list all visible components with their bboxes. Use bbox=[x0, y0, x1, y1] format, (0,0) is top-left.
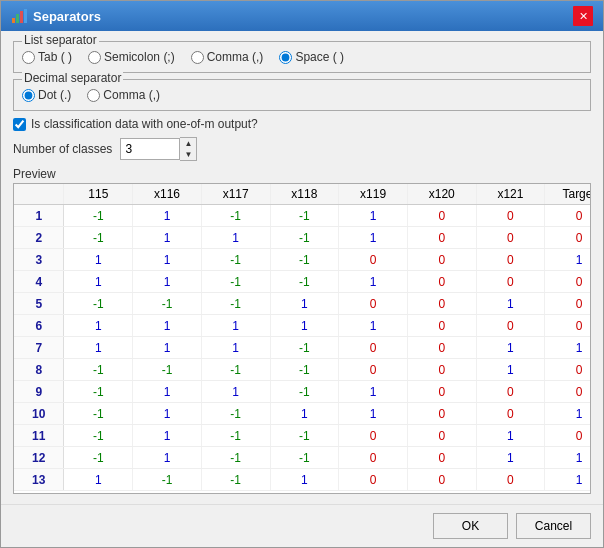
table-cell: 0 bbox=[339, 425, 408, 447]
preview-label: Preview bbox=[13, 167, 591, 181]
table-cell: 0 bbox=[476, 315, 545, 337]
table-cell: -1 bbox=[64, 359, 133, 381]
col-header-115: 115 bbox=[64, 184, 133, 205]
table-cell: 1 bbox=[476, 359, 545, 381]
table-cell: -1 bbox=[201, 447, 270, 469]
cancel-button[interactable]: Cancel bbox=[516, 513, 591, 539]
preview-table-container[interactable]: 115 x116 x117 x118 x119 x120 x121 Target… bbox=[13, 183, 591, 494]
table-cell: 1 bbox=[201, 381, 270, 403]
table-row: 5-1-1-110010 bbox=[14, 293, 591, 315]
table-cell: 0 bbox=[476, 271, 545, 293]
cell-target: 0 bbox=[545, 205, 591, 227]
col-header-x121: x121 bbox=[476, 184, 545, 205]
table-cell: -1 bbox=[201, 469, 270, 491]
cell-rownum: 5 bbox=[14, 293, 64, 315]
table-cell: -1 bbox=[64, 425, 133, 447]
list-sep-tab-radio[interactable] bbox=[22, 51, 35, 64]
classification-checkbox[interactable] bbox=[13, 118, 26, 131]
table-cell: 0 bbox=[407, 337, 476, 359]
table-cell: 0 bbox=[476, 381, 545, 403]
decimal-separator-group: Decimal separator Dot (.) Comma (,) bbox=[13, 79, 591, 111]
ok-button[interactable]: OK bbox=[433, 513, 508, 539]
decimal-sep-dot-radio[interactable] bbox=[22, 89, 35, 102]
table-cell: 0 bbox=[339, 249, 408, 271]
num-classes-row: Number of classes ▲ ▼ bbox=[13, 137, 591, 161]
list-sep-comma[interactable]: Comma (,) bbox=[191, 50, 264, 64]
dialog-footer: OK Cancel bbox=[1, 504, 603, 547]
table-cell: 1 bbox=[339, 403, 408, 425]
decimal-sep-comma-radio[interactable] bbox=[87, 89, 100, 102]
decimal-sep-comma[interactable]: Comma (,) bbox=[87, 88, 160, 102]
decimal-sep-comma-label: Comma (,) bbox=[103, 88, 160, 102]
list-sep-comma-radio[interactable] bbox=[191, 51, 204, 64]
table-cell: -1 bbox=[270, 425, 339, 447]
table-row: 7111-10011 bbox=[14, 337, 591, 359]
table-cell: 0 bbox=[339, 447, 408, 469]
list-sep-tab[interactable]: Tab ( ) bbox=[22, 50, 72, 64]
decimal-sep-dot-label: Dot (.) bbox=[38, 88, 71, 102]
table-row: 131-1-110001 bbox=[14, 469, 591, 491]
col-header-target: Target bbox=[545, 184, 591, 205]
cell-rownum: 9 bbox=[14, 381, 64, 403]
table-cell: 1 bbox=[133, 227, 202, 249]
cell-target: 1 bbox=[545, 403, 591, 425]
table-row: 11-11-1-10010 bbox=[14, 425, 591, 447]
table-cell: 0 bbox=[476, 227, 545, 249]
table-cell: 1 bbox=[64, 249, 133, 271]
table-cell: 1 bbox=[270, 469, 339, 491]
table-cell: -1 bbox=[270, 249, 339, 271]
cell-rownum: 6 bbox=[14, 315, 64, 337]
table-cell: 1 bbox=[270, 293, 339, 315]
num-classes-input[interactable] bbox=[120, 138, 180, 160]
table-cell: 1 bbox=[201, 337, 270, 359]
cell-rownum: 7 bbox=[14, 337, 64, 359]
table-cell: 1 bbox=[476, 447, 545, 469]
spinner-buttons: ▲ ▼ bbox=[180, 137, 197, 161]
table-cell: -1 bbox=[201, 249, 270, 271]
table-cell: 1 bbox=[133, 403, 202, 425]
list-separator-options: Tab ( ) Semicolon (;) Comma (,) Space ( … bbox=[22, 46, 582, 64]
list-sep-space[interactable]: Space ( ) bbox=[279, 50, 344, 64]
spinner-down-button[interactable]: ▼ bbox=[180, 149, 196, 160]
decimal-sep-dot[interactable]: Dot (.) bbox=[22, 88, 71, 102]
cell-rownum: 1 bbox=[14, 205, 64, 227]
table-cell: 1 bbox=[133, 271, 202, 293]
list-sep-semicolon-radio[interactable] bbox=[88, 51, 101, 64]
table-cell: 0 bbox=[339, 337, 408, 359]
table-cell: 1 bbox=[339, 227, 408, 249]
table-cell: 0 bbox=[407, 315, 476, 337]
cell-target: 1 bbox=[545, 469, 591, 491]
table-row: 2-111-11000 bbox=[14, 227, 591, 249]
table-row: 12-11-1-10011 bbox=[14, 447, 591, 469]
col-header-x118: x118 bbox=[270, 184, 339, 205]
cell-rownum: 10 bbox=[14, 403, 64, 425]
list-sep-space-label: Space ( ) bbox=[295, 50, 344, 64]
table-cell: 0 bbox=[339, 469, 408, 491]
table-row: 8-1-1-1-10010 bbox=[14, 359, 591, 381]
table-cell: 0 bbox=[407, 227, 476, 249]
svg-rect-2 bbox=[20, 11, 23, 23]
spinner-up-button[interactable]: ▲ bbox=[180, 138, 196, 149]
table-cell: -1 bbox=[270, 271, 339, 293]
preview-tbody: 1-11-1-110002-111-11000311-1-10001411-1-… bbox=[14, 205, 591, 491]
list-sep-space-radio[interactable] bbox=[279, 51, 292, 64]
dialog-title: Separators bbox=[33, 9, 101, 24]
svg-rect-1 bbox=[16, 14, 19, 23]
list-sep-semicolon[interactable]: Semicolon (;) bbox=[88, 50, 175, 64]
col-header-x117: x117 bbox=[201, 184, 270, 205]
table-cell: 0 bbox=[339, 359, 408, 381]
table-cell: 0 bbox=[407, 293, 476, 315]
cell-target: 1 bbox=[545, 337, 591, 359]
cell-target: 0 bbox=[545, 425, 591, 447]
close-button[interactable]: ✕ bbox=[573, 6, 593, 26]
table-cell: -1 bbox=[64, 447, 133, 469]
col-header-x119: x119 bbox=[339, 184, 408, 205]
table-cell: -1 bbox=[270, 337, 339, 359]
table-cell: 1 bbox=[476, 425, 545, 447]
table-cell: 1 bbox=[270, 315, 339, 337]
decimal-separator-label: Decimal separator bbox=[22, 71, 123, 85]
classification-label[interactable]: Is classification data with one-of-m out… bbox=[31, 117, 258, 131]
cell-rownum: 8 bbox=[14, 359, 64, 381]
table-cell: 0 bbox=[407, 271, 476, 293]
cell-target: 0 bbox=[545, 381, 591, 403]
